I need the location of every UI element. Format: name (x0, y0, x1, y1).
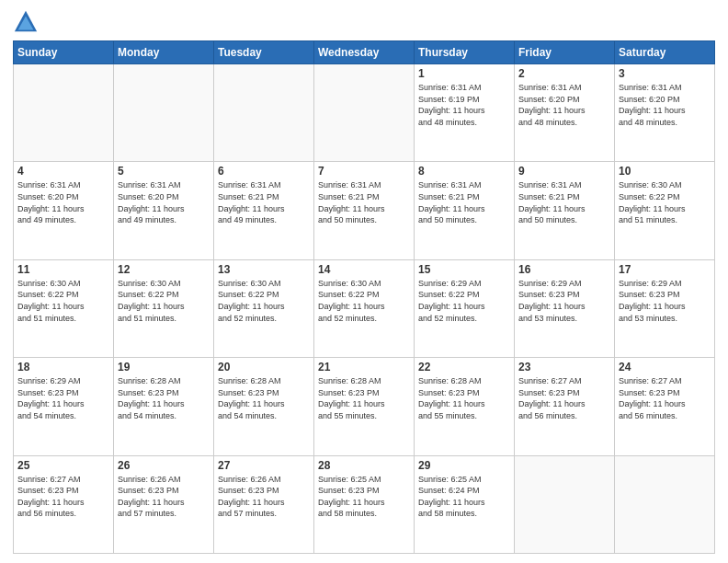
calendar-cell (615, 455, 715, 553)
day-number: 1 (418, 67, 510, 80)
day-number: 9 (518, 165, 610, 178)
calendar-cell (14, 64, 114, 162)
calendar-cell: 10Sunrise: 6:30 AM Sunset: 6:22 PM Dayli… (615, 162, 715, 259)
day-info: Sunrise: 6:31 AM Sunset: 6:19 PM Dayligh… (418, 82, 510, 128)
day-info: Sunrise: 6:30 AM Sunset: 6:22 PM Dayligh… (218, 278, 310, 324)
calendar-cell: 2Sunrise: 6:31 AM Sunset: 6:20 PM Daylig… (515, 64, 615, 162)
weekday-header-thursday: Thursday (415, 41, 515, 64)
day-info: Sunrise: 6:25 AM Sunset: 6:23 PM Dayligh… (318, 474, 410, 520)
day-number: 7 (318, 165, 410, 178)
calendar-cell: 1Sunrise: 6:31 AM Sunset: 6:19 PM Daylig… (415, 64, 515, 162)
calendar-cell: 19Sunrise: 6:28 AM Sunset: 6:23 PM Dayli… (114, 358, 214, 455)
calendar-cell: 3Sunrise: 6:31 AM Sunset: 6:20 PM Daylig… (615, 64, 715, 162)
calendar-cell (214, 64, 314, 162)
day-info: Sunrise: 6:29 AM Sunset: 6:23 PM Dayligh… (518, 278, 610, 324)
day-info: Sunrise: 6:29 AM Sunset: 6:22 PM Dayligh… (418, 278, 510, 324)
calendar-cell: 11Sunrise: 6:30 AM Sunset: 6:22 PM Dayli… (14, 259, 114, 357)
day-number: 13 (218, 263, 310, 276)
calendar-cell: 23Sunrise: 6:27 AM Sunset: 6:23 PM Dayli… (515, 358, 615, 455)
day-info: Sunrise: 6:27 AM Sunset: 6:23 PM Dayligh… (518, 375, 610, 421)
calendar-cell: 17Sunrise: 6:29 AM Sunset: 6:23 PM Dayli… (615, 259, 715, 357)
day-number: 21 (318, 361, 410, 373)
calendar-cell: 28Sunrise: 6:25 AM Sunset: 6:23 PM Dayli… (314, 455, 415, 553)
day-number: 3 (619, 67, 711, 80)
calendar-cell: 27Sunrise: 6:26 AM Sunset: 6:23 PM Dayli… (214, 455, 314, 553)
calendar-cell: 26Sunrise: 6:26 AM Sunset: 6:23 PM Dayli… (114, 455, 214, 553)
weekday-header-sunday: Sunday (14, 41, 114, 64)
day-info: Sunrise: 6:27 AM Sunset: 6:23 PM Dayligh… (17, 474, 109, 520)
logo-icon (13, 9, 39, 35)
day-number: 29 (418, 459, 510, 472)
day-info: Sunrise: 6:28 AM Sunset: 6:23 PM Dayligh… (318, 375, 410, 421)
calendar-cell (314, 64, 415, 162)
calendar-cell: 20Sunrise: 6:28 AM Sunset: 6:23 PM Dayli… (214, 358, 314, 455)
day-number: 18 (17, 361, 109, 373)
calendar-cell: 14Sunrise: 6:30 AM Sunset: 6:22 PM Dayli… (314, 259, 415, 357)
calendar-cell (114, 64, 214, 162)
day-info: Sunrise: 6:31 AM Sunset: 6:21 PM Dayligh… (518, 179, 610, 225)
calendar-cell: 7Sunrise: 6:31 AM Sunset: 6:21 PM Daylig… (314, 162, 415, 259)
day-number: 14 (318, 263, 410, 276)
day-info: Sunrise: 6:31 AM Sunset: 6:20 PM Dayligh… (518, 82, 610, 128)
weekday-header-friday: Friday (515, 41, 615, 64)
day-number: 25 (17, 459, 109, 472)
day-info: Sunrise: 6:29 AM Sunset: 6:23 PM Dayligh… (17, 375, 109, 421)
weekday-header-tuesday: Tuesday (214, 41, 314, 64)
day-number: 22 (418, 361, 510, 373)
day-number: 4 (17, 165, 109, 178)
calendar-cell: 9Sunrise: 6:31 AM Sunset: 6:21 PM Daylig… (515, 162, 615, 259)
day-info: Sunrise: 6:28 AM Sunset: 6:23 PM Dayligh… (218, 375, 310, 421)
calendar-cell: 29Sunrise: 6:25 AM Sunset: 6:24 PM Dayli… (415, 455, 515, 553)
page: SundayMondayTuesdayWednesdayThursdayFrid… (0, 0, 728, 563)
logo (13, 9, 42, 35)
calendar-cell: 16Sunrise: 6:29 AM Sunset: 6:23 PM Dayli… (515, 259, 615, 357)
day-info: Sunrise: 6:31 AM Sunset: 6:20 PM Dayligh… (619, 82, 711, 128)
day-number: 10 (619, 165, 711, 178)
day-info: Sunrise: 6:31 AM Sunset: 6:21 PM Dayligh… (218, 179, 310, 225)
calendar-cell: 6Sunrise: 6:31 AM Sunset: 6:21 PM Daylig… (214, 162, 314, 259)
day-number: 19 (118, 361, 210, 373)
day-number: 23 (518, 361, 610, 373)
day-number: 6 (218, 165, 310, 178)
day-number: 8 (418, 165, 510, 178)
calendar-header-row: SundayMondayTuesdayWednesdayThursdayFrid… (14, 41, 715, 64)
day-info: Sunrise: 6:30 AM Sunset: 6:22 PM Dayligh… (17, 278, 109, 324)
day-number: 15 (418, 263, 510, 276)
day-number: 11 (17, 263, 109, 276)
calendar-cell: 4Sunrise: 6:31 AM Sunset: 6:20 PM Daylig… (14, 162, 114, 259)
day-info: Sunrise: 6:31 AM Sunset: 6:21 PM Dayligh… (418, 179, 510, 225)
day-number: 24 (619, 361, 711, 373)
weekday-header-monday: Monday (114, 41, 214, 64)
day-number: 5 (118, 165, 210, 178)
day-info: Sunrise: 6:31 AM Sunset: 6:20 PM Dayligh… (118, 179, 210, 225)
day-info: Sunrise: 6:26 AM Sunset: 6:23 PM Dayligh… (118, 474, 210, 520)
day-number: 20 (218, 361, 310, 373)
day-info: Sunrise: 6:30 AM Sunset: 6:22 PM Dayligh… (318, 278, 410, 324)
day-info: Sunrise: 6:28 AM Sunset: 6:23 PM Dayligh… (118, 375, 210, 421)
calendar-cell: 22Sunrise: 6:28 AM Sunset: 6:23 PM Dayli… (415, 358, 515, 455)
day-info: Sunrise: 6:30 AM Sunset: 6:22 PM Dayligh… (619, 179, 711, 225)
day-number: 27 (218, 459, 310, 472)
calendar-cell: 21Sunrise: 6:28 AM Sunset: 6:23 PM Dayli… (314, 358, 415, 455)
day-info: Sunrise: 6:28 AM Sunset: 6:23 PM Dayligh… (418, 375, 510, 421)
day-info: Sunrise: 6:25 AM Sunset: 6:24 PM Dayligh… (418, 474, 510, 520)
calendar-cell: 24Sunrise: 6:27 AM Sunset: 6:23 PM Dayli… (615, 358, 715, 455)
calendar-week-3: 18Sunrise: 6:29 AM Sunset: 6:23 PM Dayli… (14, 358, 715, 455)
calendar-week-4: 25Sunrise: 6:27 AM Sunset: 6:23 PM Dayli… (14, 455, 715, 553)
day-number: 17 (619, 263, 711, 276)
calendar-cell: 12Sunrise: 6:30 AM Sunset: 6:22 PM Dayli… (114, 259, 214, 357)
calendar-table: SundayMondayTuesdayWednesdayThursdayFrid… (13, 40, 715, 554)
day-number: 12 (118, 263, 210, 276)
calendar-week-2: 11Sunrise: 6:30 AM Sunset: 6:22 PM Dayli… (14, 259, 715, 357)
weekday-header-saturday: Saturday (615, 41, 715, 64)
day-number: 2 (518, 67, 610, 80)
day-info: Sunrise: 6:31 AM Sunset: 6:21 PM Dayligh… (318, 179, 410, 225)
day-number: 16 (518, 263, 610, 276)
calendar-week-0: 1Sunrise: 6:31 AM Sunset: 6:19 PM Daylig… (14, 64, 715, 162)
calendar-cell: 15Sunrise: 6:29 AM Sunset: 6:22 PM Dayli… (415, 259, 515, 357)
calendar-cell: 5Sunrise: 6:31 AM Sunset: 6:20 PM Daylig… (114, 162, 214, 259)
calendar-cell: 18Sunrise: 6:29 AM Sunset: 6:23 PM Dayli… (14, 358, 114, 455)
weekday-header-wednesday: Wednesday (314, 41, 415, 64)
calendar-cell: 13Sunrise: 6:30 AM Sunset: 6:22 PM Dayli… (214, 259, 314, 357)
calendar-week-1: 4Sunrise: 6:31 AM Sunset: 6:20 PM Daylig… (14, 162, 715, 259)
